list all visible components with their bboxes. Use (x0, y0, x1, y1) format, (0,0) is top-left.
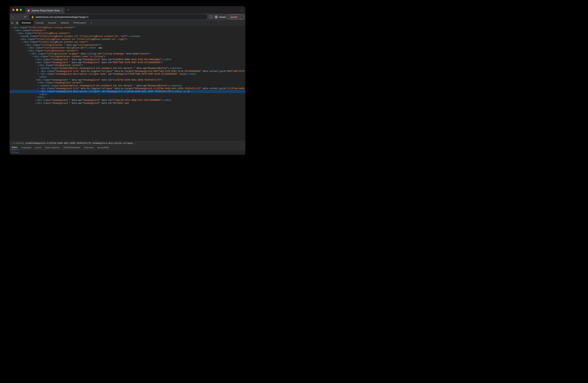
browser-toolbar: ← → ⟳ 🔒 eastershow.com.au/explore/showba… (10, 14, 245, 20)
dom-tree-line[interactable]: ▸<div class="showbagsCard " data-wg="Sho… (10, 99, 245, 102)
update-button[interactable]: Update (228, 15, 244, 19)
back-button[interactable]: ← (11, 15, 15, 19)
disclosure-triangle-icon[interactable]: ▸ (37, 73, 39, 76)
disclosure-triangle-icon[interactable]: ▸ (37, 87, 39, 90)
dom-tree-line[interactable]: ▸ <div class="showbagsCard-description c… (10, 73, 245, 76)
disclosure-triangle-icon[interactable]: ▾ (37, 64, 39, 67)
favicon-icon (27, 9, 30, 12)
styles-tab-properties[interactable]: Properties (82, 145, 96, 150)
dom-tree-line[interactable]: ▸<div class="showbagsCard " data-wg="Sho… (10, 58, 245, 61)
disclosure-triangle-icon[interactable]: ▾ (11, 26, 13, 29)
disclosure-triangle-icon[interactable]: ▸ (19, 35, 21, 38)
disclosure-triangle-icon[interactable]: ▸ (35, 102, 37, 105)
dom-tree-line[interactable]: ▸ <div class="showbagsCard-tile" data-bs… (10, 70, 245, 73)
devtools-tab-console[interactable]: Console (33, 20, 46, 25)
disclosure-triangle-icon[interactable]: ▸ (37, 70, 39, 73)
minimize-window-button[interactable] (16, 9, 18, 11)
disclosure-triangle-icon[interactable]: ▸ (37, 67, 39, 70)
dom-tree-line[interactable]: ▾<div class="container"> (10, 29, 245, 32)
disclosure-triangle-icon[interactable]: ▾ (32, 55, 34, 58)
devtools-tab-sources[interactable]: Sources (46, 20, 59, 25)
tab-title: Sydney Royal Easter Show (32, 9, 60, 12)
filter-input[interactable]: Filter (11, 151, 245, 154)
tab-overflow-button[interactable]: ⌄ (240, 8, 243, 12)
devtools-more-tabs[interactable]: » (88, 20, 94, 25)
disclosure-triangle-icon[interactable]: ▸ (37, 84, 39, 87)
styles-tab-dom-breakpoints[interactable]: DOM Breakpoints (62, 145, 82, 150)
devtools-tab-performance[interactable]: Performance (71, 20, 88, 25)
dom-tree-line[interactable]: ▸<div class="showbagsCard " data-wg="Sho… (10, 102, 245, 105)
window-controls (12, 9, 22, 11)
svg-rect-6 (16, 22, 18, 24)
disclosure-triangle-icon[interactable]: ▾ (17, 32, 18, 35)
disclosure-triangle-icon[interactable]: ▾ (24, 44, 26, 47)
disclosure-triangle-icon[interactable]: ▾ (30, 52, 31, 55)
breadcrumb-ellipsis: … (133, 142, 135, 144)
device-toggle-button[interactable] (15, 20, 20, 25)
styles-tab-styles[interactable]: Styles (10, 145, 19, 150)
guest-label: Guest (219, 16, 226, 18)
dom-tree-line[interactable]: ▾<div class="listingContainer-wrapper" d… (10, 52, 245, 55)
content-row: Sydney Royal EASTER SHOW 6–17 April 2023… (10, 20, 245, 155)
address-bar[interactable]: 🔒 eastershow.com.au/explore/showbags/?pa… (29, 14, 207, 20)
dom-breadcrumb[interactable]: … d-content div#showbagsCard-1c135fde-6e… (10, 141, 245, 145)
dom-tree-line[interactable]: ▸ <button class="bookmarkButton showbags… (10, 67, 245, 70)
dom-tree-line[interactable]: ▾<div class="filterListingBlock-content"… (10, 32, 245, 35)
dom-tree-line[interactable]: ▾<div class="filterListingBlock-content-… (10, 41, 245, 44)
breadcrumb-item[interactable]: d-content (13, 142, 24, 144)
disclosure-triangle-icon[interactable]: ▸ (35, 58, 37, 61)
styles-tab-accessibility[interactable]: Accessibility (96, 145, 111, 150)
close-window-button[interactable] (12, 9, 15, 11)
dom-tree-line[interactable]: ▸<div class="listingContainer-navigation… (10, 46, 245, 49)
dom-tree-line[interactable]: ▾<div class="listingContainer " data-wg=… (10, 44, 245, 47)
devtools-panel: ElementsConsoleSourcesNetworkPerformance… (10, 20, 245, 155)
profile-button[interactable]: Guest (214, 15, 226, 19)
disclosure-triangle-icon[interactable]: ▸ (27, 46, 29, 49)
forward-button[interactable]: → (17, 15, 21, 19)
dom-tree-line[interactable]: ▸ <button class="bookmarkButton showbags… (10, 84, 245, 87)
dom-tree-line[interactable]: </div> (10, 93, 245, 96)
breadcrumb-ellipsis: … (11, 142, 12, 144)
new-tab-button[interactable]: + (66, 8, 70, 12)
styles-tab-layout[interactable]: Layout (33, 145, 43, 150)
devtools-tabs: ElementsConsoleSourcesNetworkPerformance (20, 20, 88, 25)
disclosure-triangle-icon[interactable]: ▾ (19, 38, 21, 41)
dom-tree-line[interactable]: ▸ <div class="showbagsCard-description c… (10, 90, 245, 93)
dom-tree-line[interactable]: ▾<div class="listingContainer-content-in… (10, 55, 245, 58)
dom-tree-line[interactable]: ▾<div class="showbagsCard-content"> (10, 81, 245, 84)
dom-tree-line[interactable]: ▸<aside class="filterListingBlock-conten… (10, 35, 245, 38)
disclosure-triangle-icon[interactable]: ▾ (14, 29, 16, 32)
dom-tree-line[interactable]: ▾<div class="filterListingBlock-listing-… (10, 26, 245, 29)
browser-window: Sydney Royal Easter Show × + ⌄ ← → ⟳ 🔒 e… (10, 6, 245, 155)
disclosure-triangle-icon[interactable]: ▾ (35, 61, 37, 64)
disclosure-triangle-icon[interactable]: ▾ (22, 41, 24, 44)
url-text: eastershow.com.au/explore/showbags/?page… (36, 16, 89, 18)
disclosure-triangle-icon[interactable]: ▸ (35, 99, 37, 102)
disclosure-triangle-icon[interactable]: ▾ (37, 81, 39, 84)
reload-button[interactable]: ⟳ (23, 15, 27, 19)
devtools-tab-elements[interactable]: Elements (20, 20, 33, 25)
disclosure-triangle-icon[interactable]: ▸ (37, 90, 39, 93)
disclosure-triangle-icon[interactable]: ▾ (27, 49, 29, 52)
dom-tree[interactable]: ▾<div class="filterListingBlock-listing-… (10, 25, 245, 141)
maximize-window-button[interactable] (20, 9, 22, 11)
dom-tree-line[interactable]: ▾<div class="listingContainer-content"> (10, 49, 245, 52)
dom-tree-line[interactable]: ▾<div class="filterListingBlock-content-… (10, 38, 245, 41)
browser-tab[interactable]: Sydney Royal Easter Show × (25, 8, 65, 14)
styles-filter-bar: Filter :hov .cls + ⫶ ▣ (10, 150, 245, 155)
dom-tree-line[interactable]: ▾<div class="showbagsCard " data-wg="Sho… (10, 79, 245, 81)
dom-tree-line[interactable]: </div> (10, 96, 245, 99)
styles-tab-computed[interactable]: Computed (19, 145, 33, 150)
styles-tab-event-listeners[interactable]: Event Listeners (43, 145, 62, 150)
dom-tree-line[interactable]: ▾<div class="showbagsCard-content"> (10, 64, 245, 67)
dom-tree-line[interactable]: ▾<div class="showbagsCard " data-wg="Sho… (10, 61, 245, 64)
side-panel-icon[interactable] (209, 16, 212, 18)
disclosure-triangle-icon[interactable]: ▾ (35, 79, 37, 81)
close-tab-button[interactable]: × (61, 9, 63, 12)
devtools-tab-network[interactable]: Network (59, 20, 71, 25)
dom-tree-line[interactable]: </div> (10, 76, 245, 79)
breadcrumb-item-selected[interactable]: div#showbagsCard-1c135fde-6e94-4a5c-b936… (26, 142, 133, 144)
inspect-element-button[interactable] (10, 20, 15, 25)
dom-tree-line[interactable]: ▸ <div class="showbagsCard-tile" data-bs… (10, 87, 245, 90)
update-label: Update (230, 16, 238, 18)
